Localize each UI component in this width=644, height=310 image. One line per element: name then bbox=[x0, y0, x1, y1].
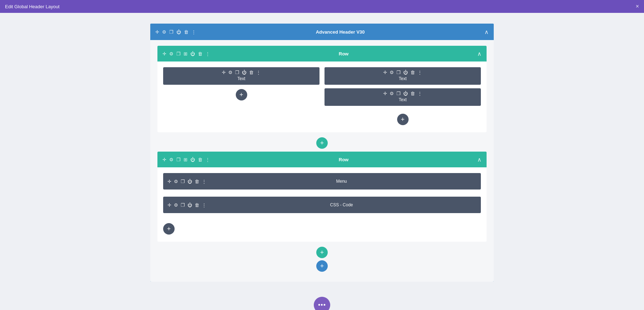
module-text-right-2-inner: ✛ ⚙ ❐ ⏻ 🗑 ⋮ Text bbox=[325, 88, 481, 106]
mod-r2-move-icon[interactable]: ✛ bbox=[383, 91, 387, 96]
row1-settings-icon[interactable]: ⚙ bbox=[169, 51, 174, 56]
mod-left-move-icon[interactable]: ✛ bbox=[222, 70, 226, 75]
row1-trash-icon[interactable]: 🗑 bbox=[198, 51, 203, 56]
row1-left-icons: ✛ ⚙ ❐ ⊞ ⏻ 🗑 ⋮ bbox=[162, 51, 210, 56]
module-text-right-2-label: Text bbox=[395, 96, 410, 106]
row1-title: Row bbox=[210, 51, 477, 56]
add-btn-left-row: + bbox=[163, 89, 319, 100]
module-text-left-inner: ✛ ⚙ ❐ ⏻ 🗑 ⋮ Text bbox=[163, 67, 319, 85]
module-text-right-1: ✛ ⚙ ❐ ⏻ 🗑 ⋮ Text bbox=[325, 67, 481, 85]
duplicate-icon[interactable]: ❐ bbox=[169, 30, 174, 34]
mod-left-trash-icon[interactable]: 🗑 bbox=[249, 70, 254, 75]
trash-icon[interactable]: 🗑 bbox=[184, 30, 189, 34]
move-icon[interactable]: ✛ bbox=[155, 30, 159, 34]
row2-collapse-button[interactable]: ∧ bbox=[477, 156, 482, 163]
row-block-1: ✛ ⚙ ❐ ⊞ ⏻ 🗑 ⋮ Row ∧ bbox=[157, 46, 487, 132]
title-bar: Edit Global Header Layout × bbox=[0, 0, 644, 13]
row2-title: Row bbox=[210, 157, 477, 162]
row2-duplicate-icon[interactable]: ❐ bbox=[176, 157, 181, 162]
outer-collapse-button[interactable]: ∧ bbox=[484, 29, 489, 35]
row1-duplicate-icon[interactable]: ❐ bbox=[176, 51, 181, 56]
mod-r1-power-icon[interactable]: ⏻ bbox=[403, 70, 408, 75]
module-text-left: ✛ ⚙ ❐ ⏻ 🗑 ⋮ Text bbox=[163, 67, 319, 85]
row1-header: ✛ ⚙ ❐ ⊞ ⏻ 🗑 ⋮ Row ∧ bbox=[157, 46, 487, 61]
module-menu: ✛ ⚙ ❐ ⏻ 🗑 ⋮ Menu bbox=[163, 173, 481, 190]
mod-r2-power-icon[interactable]: ⏻ bbox=[403, 91, 408, 96]
outer-section-left-icons: ✛ ⚙ ❐ ⏻ 🗑 ⋮ bbox=[155, 30, 196, 34]
row1-more-icon[interactable]: ⋮ bbox=[205, 51, 210, 56]
row2-trash-icon[interactable]: 🗑 bbox=[198, 157, 203, 162]
mod-menu-move-icon[interactable]: ✛ bbox=[167, 179, 171, 184]
row2-grid-icon[interactable]: ⊞ bbox=[184, 157, 187, 162]
module-text-right-1-label: Text bbox=[395, 75, 410, 85]
module-text-right-1-inner: ✛ ⚙ ❐ ⏻ 🗑 ⋮ Text bbox=[325, 67, 481, 85]
bottom-add-buttons: + + bbox=[157, 247, 487, 272]
power-icon[interactable]: ⏻ bbox=[176, 30, 181, 34]
module-text-right-2: ✛ ⚙ ❐ ⏻ 🗑 ⋮ Text bbox=[325, 88, 481, 106]
module-css-code-icons: ✛ ⚙ ❐ ⏻ 🗑 ⋮ bbox=[167, 203, 206, 207]
add-module-right-button[interactable]: + bbox=[397, 114, 409, 125]
row1-grid-icon[interactable]: ⊞ bbox=[184, 51, 187, 56]
mod-left-power-icon[interactable]: ⏻ bbox=[242, 70, 247, 75]
row1-move-icon[interactable]: ✛ bbox=[162, 51, 166, 56]
bottom-dots-button[interactable]: ••• bbox=[314, 297, 330, 310]
row-block-2: ✛ ⚙ ❐ ⊞ ⏻ 🗑 ⋮ Row ∧ bbox=[157, 152, 487, 242]
outer-section-header: ✛ ⚙ ❐ ⏻ 🗑 ⋮ Advanced Header V30 ∧ bbox=[150, 24, 494, 40]
add-section-blue-button[interactable]: + bbox=[316, 260, 328, 272]
mod-left-settings-icon[interactable]: ⚙ bbox=[228, 70, 233, 75]
settings-icon[interactable]: ⚙ bbox=[162, 30, 166, 34]
row2-more-icon[interactable]: ⋮ bbox=[205, 157, 210, 162]
mod-r1-trash-icon[interactable]: 🗑 bbox=[410, 70, 415, 75]
mod-left-more-icon[interactable]: ⋮ bbox=[256, 70, 261, 75]
module-menu-title: Menu bbox=[206, 179, 477, 184]
mod-css-trash-icon[interactable]: 🗑 bbox=[195, 203, 199, 207]
module-css-code-title: CSS - Code bbox=[206, 202, 477, 207]
add-module-left-button[interactable]: + bbox=[236, 89, 247, 100]
mod-r2-settings-icon[interactable]: ⚙ bbox=[390, 91, 394, 96]
mod-left-duplicate-icon[interactable]: ❐ bbox=[235, 70, 239, 75]
bottom-dots-row: ••• bbox=[150, 290, 494, 310]
row2-settings-icon[interactable]: ⚙ bbox=[169, 157, 174, 162]
outer-section: ✛ ⚙ ❐ ⏻ 🗑 ⋮ Advanced Header V30 ∧ bbox=[150, 24, 494, 282]
module-text-left-icons: ✛ ⚙ ❐ ⏻ 🗑 ⋮ bbox=[163, 67, 319, 75]
mod-css-settings-icon[interactable]: ⚙ bbox=[174, 203, 178, 207]
row1-power-icon[interactable]: ⏻ bbox=[190, 51, 195, 56]
add-row-between-button[interactable]: + bbox=[316, 137, 328, 149]
mod-menu-duplicate-icon[interactable]: ❐ bbox=[181, 179, 185, 184]
module-css-code: ✛ ⚙ ❐ ⏻ 🗑 ⋮ CSS - Code bbox=[163, 197, 481, 213]
add-row-between-button-row: + bbox=[157, 137, 487, 149]
row2-move-icon[interactable]: ✛ bbox=[162, 157, 166, 162]
row2-body: ✛ ⚙ ❐ ⏻ 🗑 ⋮ Menu bbox=[157, 167, 487, 242]
right-col: ✛ ⚙ ❐ ⏻ 🗑 ⋮ Text bbox=[325, 67, 481, 125]
close-button[interactable]: × bbox=[636, 4, 639, 9]
add-btn-right-row: + bbox=[325, 114, 481, 125]
mod-menu-settings-icon[interactable]: ⚙ bbox=[174, 179, 178, 184]
mod-r1-more-icon[interactable]: ⋮ bbox=[418, 70, 422, 75]
layout-container: ✛ ⚙ ❐ ⏻ 🗑 ⋮ Advanced Header V30 ∧ bbox=[150, 24, 494, 310]
mod-css-move-icon[interactable]: ✛ bbox=[167, 203, 171, 207]
mod-css-duplicate-icon[interactable]: ❐ bbox=[181, 203, 185, 207]
mod-menu-power-icon[interactable]: ⏻ bbox=[187, 179, 192, 184]
mod-menu-trash-icon[interactable]: 🗑 bbox=[195, 179, 199, 184]
mod-r2-trash-icon[interactable]: 🗑 bbox=[410, 91, 415, 96]
mod-r1-move-icon[interactable]: ✛ bbox=[383, 70, 387, 75]
row2-header: ✛ ⚙ ❐ ⊞ ⏻ 🗑 ⋮ Row ∧ bbox=[157, 152, 487, 167]
mod-r1-settings-icon[interactable]: ⚙ bbox=[390, 70, 394, 75]
row2-power-icon[interactable]: ⏻ bbox=[190, 157, 195, 162]
outer-section-title: Advanced Header V30 bbox=[196, 29, 484, 35]
left-col: ✛ ⚙ ❐ ⏻ 🗑 ⋮ Text bbox=[163, 67, 319, 100]
module-menu-inner: ✛ ⚙ ❐ ⏻ 🗑 ⋮ Menu bbox=[163, 173, 481, 190]
main-content: ✛ ⚙ ❐ ⏻ 🗑 ⋮ Advanced Header V30 ∧ bbox=[0, 13, 644, 310]
row1-collapse-button[interactable]: ∧ bbox=[477, 50, 482, 57]
add-row-teal-button[interactable]: + bbox=[316, 247, 328, 258]
row2-left-icons: ✛ ⚙ ❐ ⊞ ⏻ 🗑 ⋮ bbox=[162, 157, 210, 162]
add-module-row2-button[interactable]: + bbox=[163, 223, 175, 235]
mod-css-more-icon[interactable]: ⋮ bbox=[202, 203, 206, 207]
mod-r1-duplicate-icon[interactable]: ❐ bbox=[396, 70, 401, 75]
module-text-right-1-icons: ✛ ⚙ ❐ ⏻ 🗑 ⋮ bbox=[325, 67, 481, 75]
mod-r2-more-icon[interactable]: ⋮ bbox=[418, 91, 422, 96]
mod-r2-duplicate-icon[interactable]: ❐ bbox=[396, 91, 401, 96]
more-icon[interactable]: ⋮ bbox=[191, 30, 196, 34]
mod-css-power-icon[interactable]: ⏻ bbox=[187, 203, 192, 207]
mod-menu-more-icon[interactable]: ⋮ bbox=[202, 179, 206, 184]
